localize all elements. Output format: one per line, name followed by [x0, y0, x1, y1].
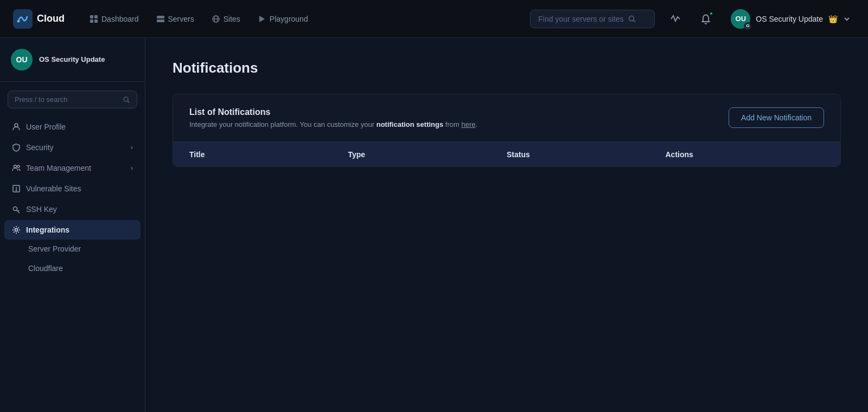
table-col-title: Title: [189, 150, 348, 159]
table-header: Title Type Status Actions: [173, 142, 840, 166]
svg-point-18: [15, 124, 18, 127]
sidebar-item-label: Team Management: [26, 164, 91, 172]
sidebar-item-label: SSH Key: [26, 205, 57, 214]
play-icon: [258, 15, 266, 23]
svg-point-20: [17, 165, 20, 168]
notification-dot: [709, 11, 713, 16]
crown-icon: 👑: [828, 15, 838, 23]
svg-point-14: [629, 16, 634, 21]
sidebar-sub-item-server-provider[interactable]: Server Provider: [21, 240, 141, 258]
sidebar-user: OU OS Security Update: [0, 49, 145, 82]
nav-servers[interactable]: Servers: [149, 10, 202, 28]
sidebar-search-icon: [123, 96, 130, 104]
sidebar-item-ssh-key[interactable]: SSH Key: [4, 199, 141, 219]
top-nav: Cloud Dashboard Servers Sites: [0, 0, 868, 38]
panel-desc: Integrate your notification platform. Yo…: [189, 120, 477, 128]
main-layout: OU OS Security Update Press / to search …: [0, 38, 868, 412]
sidebar-sub-item-label: Cloudflare: [28, 264, 63, 273]
svg-line-17: [127, 101, 129, 102]
sidebar-search-placeholder: Press / to search: [15, 95, 118, 104]
sidebar-sub-item-label: Server Provider: [28, 244, 81, 253]
svg-rect-2: [90, 15, 93, 18]
nav-links: Dashboard Servers Sites Playground: [82, 10, 316, 28]
nav-dashboard[interactable]: Dashboard: [82, 10, 146, 28]
svg-rect-5: [94, 20, 98, 23]
panel-desc-middle: from: [443, 120, 461, 128]
sidebar-item-label: Integrations: [26, 226, 69, 234]
activity-icon: [670, 14, 681, 24]
panel-header: List of Notifications Integrate your not…: [173, 94, 840, 142]
gear-icon: [12, 226, 21, 234]
logo[interactable]: Cloud: [13, 9, 65, 29]
svg-point-8: [162, 16, 163, 17]
svg-point-9: [162, 20, 163, 21]
svg-point-1: [17, 20, 20, 22]
here-link[interactable]: here: [461, 120, 475, 128]
sidebar-username: OS Security Update: [39, 55, 105, 65]
sidebar-item-user-profile[interactable]: User Profile: [4, 117, 141, 137]
sidebar-sub-nav: Server Provider Cloudflare: [0, 240, 145, 278]
activity-button[interactable]: [666, 9, 685, 29]
table-col-status: Status: [507, 150, 666, 159]
sidebar-item-vulnerable-sites[interactable]: Vulnerable Sites: [4, 179, 141, 198]
notification-settings-text: notification settings: [376, 120, 444, 128]
sidebar-item-label: Security: [26, 143, 54, 152]
sidebar-item-security[interactable]: Security ›: [4, 138, 141, 157]
key-icon: [12, 205, 21, 214]
avatar: OU G: [731, 9, 750, 29]
chevron-right-icon: ›: [131, 144, 133, 151]
svg-point-24: [14, 207, 17, 211]
user-icon: [12, 123, 21, 131]
nav-sites[interactable]: Sites: [204, 10, 248, 28]
svg-line-15: [634, 20, 636, 22]
team-icon: [12, 164, 21, 172]
shield-icon: [12, 143, 21, 152]
sidebar: OU OS Security Update Press / to search …: [0, 38, 145, 412]
chevron-down-icon: [843, 15, 851, 23]
sidebar-item-label: User Profile: [26, 123, 66, 131]
add-notification-button[interactable]: Add New Notification: [729, 107, 824, 128]
panel-desc-prefix: Integrate your notification platform. Yo…: [189, 120, 376, 128]
panel-desc-suffix: .: [475, 120, 477, 128]
logo-text: Cloud: [37, 13, 65, 24]
panel-title: List of Notifications: [189, 107, 477, 117]
grid-icon: [90, 15, 98, 23]
sidebar-item-label: Vulnerable Sites: [26, 184, 81, 193]
nav-playground[interactable]: Playground: [250, 10, 316, 28]
svg-point-23: [16, 190, 17, 191]
sidebar-search[interactable]: Press / to search: [8, 91, 137, 108]
svg-point-19: [14, 165, 17, 168]
svg-point-16: [124, 97, 128, 101]
notification-panel: List of Notifications Integrate your not…: [173, 94, 841, 167]
sidebar-item-team-management[interactable]: Team Management ›: [4, 158, 141, 178]
search-placeholder: Find your servers or sites: [538, 15, 623, 23]
chevron-right-icon: ›: [131, 164, 133, 172]
sidebar-item-integrations[interactable]: Integrations: [4, 220, 141, 240]
sidebar-nav: User Profile Security › Team Management …: [0, 117, 145, 240]
globe-icon: [212, 15, 220, 23]
user-profile-button[interactable]: OU G OS Security Update 👑: [726, 7, 855, 31]
main-content: Notifications List of Notifications Inte…: [145, 38, 868, 412]
panel-header-text: List of Notifications Integrate your not…: [189, 107, 477, 128]
server-icon: [156, 15, 165, 23]
warning-icon: [12, 184, 21, 193]
user-name: OS Security Update: [756, 15, 823, 23]
search-icon: [628, 15, 636, 23]
notification-button[interactable]: [696, 9, 716, 29]
table-col-actions: Actions: [666, 150, 825, 159]
page-title: Notifications: [173, 60, 841, 76]
sidebar-avatar: OU: [11, 49, 33, 70]
svg-rect-3: [94, 15, 98, 18]
logo-icon: [13, 9, 33, 29]
sidebar-sub-item-cloudflare[interactable]: Cloudflare: [21, 259, 141, 278]
table-container: Title Type Status Actions: [173, 142, 840, 166]
svg-line-26: [18, 210, 19, 211]
table-col-type: Type: [348, 150, 507, 159]
svg-marker-13: [259, 16, 265, 22]
svg-point-27: [15, 229, 18, 231]
global-search[interactable]: Find your servers or sites: [530, 10, 655, 28]
nav-right: Find your servers or sites OU G OS Secur…: [530, 7, 855, 31]
avatar-badge: G: [744, 22, 751, 30]
svg-rect-4: [90, 20, 93, 23]
